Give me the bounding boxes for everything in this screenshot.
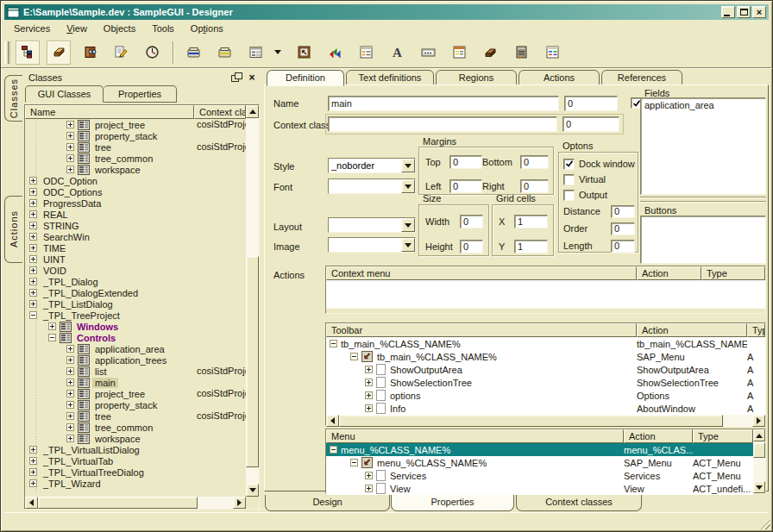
expand-plus-icon[interactable] (29, 457, 37, 465)
scroll-down-icon[interactable] (246, 484, 259, 497)
menu-table-vscrollbar[interactable] (753, 429, 765, 493)
book-button[interactable] (78, 41, 102, 65)
menu-tools[interactable]: Tools (144, 22, 183, 36)
buttons-listbox[interactable] (640, 216, 766, 264)
list-window-button[interactable] (447, 41, 471, 65)
menu-objects[interactable]: Objects (96, 22, 144, 36)
tree-item-label[interactable]: _TPL_DialogExtended (41, 288, 141, 298)
toolbar-table-hscrollbar[interactable] (326, 415, 765, 427)
dock-window-checkbox[interactable] (563, 159, 575, 170)
menu-options[interactable]: Options (183, 22, 232, 36)
expand-plus-icon[interactable] (66, 435, 74, 442)
tree-item-label[interactable]: _TPL_VirtualTab (41, 456, 116, 466)
margins-left-input[interactable] (449, 179, 482, 193)
fields-list-item[interactable]: application_area (641, 99, 765, 111)
menu-table-row[interactable]: ServicesServicesACT_Menu (326, 469, 753, 482)
layout-value[interactable] (329, 218, 401, 232)
expand-plus-icon[interactable] (29, 188, 37, 196)
node-label[interactable]: Services (390, 471, 426, 481)
context-menu-column[interactable]: Context menu (326, 266, 637, 280)
expand-plus-icon[interactable] (29, 233, 37, 241)
tree-item-label[interactable]: workspace (92, 434, 143, 444)
expand-plus-icon[interactable] (48, 322, 56, 330)
class-hierarchy-button[interactable] (16, 41, 40, 65)
tree-item-label[interactable]: ProgressData (41, 198, 104, 209)
expand-plus-icon[interactable] (66, 121, 74, 128)
tree-row[interactable]: REAL (25, 209, 246, 220)
toolbar-table-row[interactable]: InfoAboutWindowA (326, 402, 765, 415)
expand-minus-icon[interactable] (330, 340, 337, 347)
grid-cells-x-input[interactable] (514, 215, 548, 228)
tab-text-definitions[interactable]: Text definitions (346, 70, 434, 85)
tree-item-label[interactable]: project_tree (92, 389, 148, 399)
minimize-button[interactable] (721, 6, 735, 18)
expand-plus-icon[interactable] (365, 472, 373, 479)
expand-plus-icon[interactable] (66, 390, 74, 397)
tree-row[interactable]: _TPL_ListDialog (25, 298, 246, 310)
menu-table[interactable]: Menu Action Type menu_%CLASS_NAME%menu_%… (325, 429, 766, 494)
tree-item-label[interactable]: Windows (74, 322, 121, 332)
tree-row[interactable]: project_treecosiStdProje (25, 388, 246, 399)
tree-item-label[interactable]: STRING (41, 221, 82, 231)
tree-item-label[interactable]: tree (92, 411, 114, 422)
tab-actions[interactable]: Actions (518, 70, 600, 85)
node-label[interactable]: options (390, 391, 420, 401)
expand-plus-icon[interactable] (29, 278, 37, 285)
tree-row[interactable]: _TPL_VirtualTreeDialog (25, 466, 246, 478)
virtual-checkbox[interactable] (563, 174, 575, 185)
expand-plus-icon[interactable] (29, 289, 37, 297)
tree-row[interactable]: main (25, 377, 246, 388)
scroll-left-icon[interactable] (326, 415, 339, 427)
context-menu-scroll-strip[interactable] (326, 308, 765, 313)
tree-item-label[interactable]: _TPL_Wizard (41, 479, 104, 489)
tree-row[interactable]: ODC_Options (25, 186, 246, 197)
expand-plus-icon[interactable] (365, 391, 373, 399)
tree-row[interactable]: workspace (25, 433, 246, 444)
tree-item-label[interactable]: tree (92, 142, 114, 153)
image-value[interactable] (329, 238, 401, 252)
toolbar-table-row[interactable]: tb_main_%CLASS_NAME%SAP_MenuA (326, 350, 765, 363)
tree-vertical-scrollbar[interactable] (246, 105, 259, 497)
expand-plus-icon[interactable] (365, 379, 373, 386)
expand-plus-icon[interactable] (66, 423, 74, 431)
font-combobox[interactable] (328, 178, 416, 194)
tree-row[interactable]: ODC_Option (25, 175, 246, 186)
expand-plus-icon[interactable] (66, 367, 74, 375)
expand-plus-icon[interactable] (29, 177, 37, 185)
tree-item-label[interactable]: workspace (92, 165, 143, 175)
clock-button[interactable] (140, 41, 164, 65)
style-dropdown-icon[interactable] (401, 159, 415, 172)
node-label[interactable]: menu_%CLASS_NAME% (341, 445, 450, 455)
type-column[interactable]: Type (747, 323, 765, 337)
font-button[interactable]: A (385, 41, 409, 65)
close-button[interactable]: × (752, 6, 766, 18)
scroll-right-icon[interactable] (233, 497, 246, 509)
type-column[interactable]: Type (693, 429, 753, 443)
toolbar-table-row[interactable]: tb_main_%CLASS_NAME%tb_main_%CLASS_NAME% (326, 337, 765, 350)
expand-plus-icon[interactable] (29, 255, 37, 263)
layout-dropdown-icon[interactable] (401, 218, 415, 232)
expand-plus-icon[interactable] (66, 166, 74, 173)
menu-column[interactable]: Menu (326, 429, 624, 443)
tree-row[interactable]: ProgressData (25, 197, 246, 209)
expand-minus-icon[interactable] (29, 311, 37, 319)
tree-item-label[interactable]: tree_common (92, 422, 155, 433)
tree-item-label[interactable]: list (92, 366, 109, 377)
tree-item-label[interactable]: Controls (74, 333, 118, 343)
distance-input[interactable] (611, 205, 635, 218)
expand-plus-icon[interactable] (66, 154, 74, 162)
tree-item-label[interactable]: ODC_Options (41, 187, 104, 197)
title-bar[interactable]: E:\Sample\Sample.dev : SampleGUI - Desig… (4, 4, 769, 20)
tree-item-label[interactable]: _TPL_Dialog (41, 277, 101, 287)
expand-plus-icon[interactable] (66, 143, 74, 151)
node-label[interactable]: Info (390, 404, 405, 414)
tree-item-label[interactable]: application_area (92, 344, 167, 354)
scroll-left-icon[interactable] (25, 497, 38, 509)
action-column[interactable]: Action (624, 429, 693, 443)
tree-item-label[interactable]: SearchWin (41, 232, 92, 242)
output-checkbox[interactable] (563, 190, 575, 201)
name-input[interactable] (328, 96, 559, 111)
context-menu-table[interactable]: Context menu Action Type (325, 266, 766, 314)
grid-cells-y-input[interactable] (514, 240, 548, 253)
tree-item-label[interactable]: _TPL_TreeProject (41, 310, 123, 321)
